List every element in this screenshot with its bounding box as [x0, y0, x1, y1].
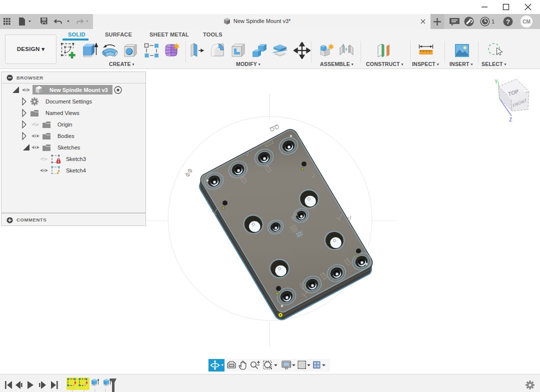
svg-text:New Spindle Mount v3: New Spindle Mount v3	[50, 87, 108, 93]
svg-text:Sketches: Sketches	[58, 144, 80, 150]
svg-text:?: ?	[506, 18, 510, 26]
svg-text:Y: Y	[494, 78, 498, 84]
svg-text:Bodies: Bodies	[58, 133, 74, 139]
svg-text:Z: Z	[509, 116, 512, 122]
svg-text:Sketch3: Sketch3	[66, 156, 86, 162]
svg-text:Document Settings: Document Settings	[46, 98, 92, 104]
svg-text:Origin: Origin	[58, 122, 72, 128]
svg-text:Named Views: Named Views	[46, 110, 80, 116]
svg-text:1: 1	[492, 18, 494, 24]
svg-text:Sketch4: Sketch4	[66, 168, 86, 174]
svg-text:CM: CM	[522, 19, 530, 24]
